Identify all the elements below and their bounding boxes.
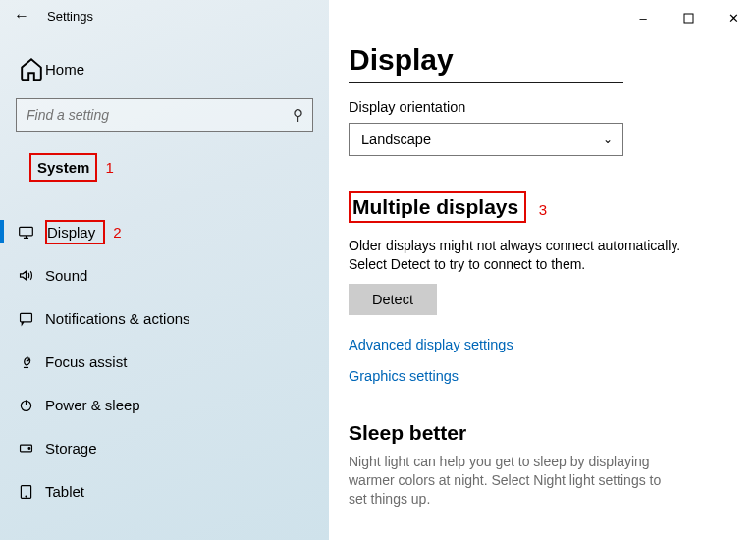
svg-point-6 — [26, 496, 27, 497]
sound-icon — [18, 267, 45, 284]
sidebar-item-label: Notifications & actions — [45, 310, 190, 327]
sidebar-item-storage[interactable]: Storage — [0, 426, 329, 469]
orientation-value: Landscape — [361, 132, 431, 147]
category-row: System 1 — [0, 147, 329, 187]
home-label: Home — [45, 61, 84, 78]
sidebar-item-label: Sound — [45, 267, 87, 284]
display-icon — [18, 224, 45, 241]
main-pane: Display Display orientation Landscape ⌄ … — [329, 0, 756, 540]
multiple-displays-heading: Multiple displays — [349, 191, 526, 223]
sidebar-item-label: Power & sleep — [45, 397, 140, 413]
orientation-label: Display orientation — [349, 99, 727, 115]
category-system[interactable]: System — [29, 153, 97, 182]
page-title: Display — [349, 43, 727, 82]
svg-rect-1 — [21, 313, 32, 322]
power-icon — [18, 397, 45, 413]
sidebar-item-label: Tablet — [45, 483, 84, 500]
home-row[interactable]: Home — [0, 49, 329, 88]
sidebar-item-notifications[interactable]: Notifications & actions — [0, 297, 329, 340]
sidebar-item-tablet[interactable]: Tablet — [0, 469, 329, 513]
annotation-2: 2 — [113, 224, 121, 241]
home-icon — [18, 55, 45, 82]
orientation-select[interactable]: Landscape ⌄ — [349, 123, 623, 156]
title-bar: ← Settings — [0, 0, 329, 31]
search-input[interactable] — [16, 98, 313, 132]
sidebar-item-sound[interactable]: Sound — [0, 253, 329, 297]
window-title: Settings — [47, 9, 93, 24]
chevron-down-icon: ⌄ — [603, 133, 613, 146]
annotation-1: 1 — [105, 159, 113, 176]
sidebar-item-display[interactable]: Display 2 — [0, 210, 329, 253]
minimize-button[interactable]: – — [621, 4, 666, 31]
annotation-3: 3 — [539, 201, 547, 218]
notifications-icon — [18, 310, 45, 327]
maximize-button[interactable] — [666, 4, 711, 31]
storage-icon — [18, 440, 45, 457]
close-button[interactable]: ✕ — [711, 4, 756, 31]
sleep-better-heading: Sleep better — [349, 421, 727, 445]
detect-button[interactable]: Detect — [349, 284, 437, 315]
nav-list: Display 2 Sound Notifications & actions — [0, 210, 329, 513]
sidebar-item-label: Storage — [45, 440, 97, 457]
advanced-display-settings-link[interactable]: Advanced display settings — [349, 337, 727, 352]
svg-rect-0 — [20, 227, 33, 236]
focus-assist-icon — [18, 353, 45, 370]
multiple-displays-text: Older displays might not always connect … — [349, 237, 682, 274]
sidebar: ← Settings Home ⚲ System 1 Displa — [0, 0, 329, 540]
sidebar-item-label: Display — [45, 220, 105, 244]
title-rule — [349, 82, 623, 83]
window-controls: – ✕ — [621, 4, 756, 31]
back-icon[interactable]: ← — [14, 7, 37, 25]
svg-rect-7 — [684, 14, 693, 23]
sidebar-item-label: Focus assist — [45, 353, 127, 370]
sidebar-item-power-sleep[interactable]: Power & sleep — [0, 383, 329, 426]
graphics-settings-link[interactable]: Graphics settings — [349, 368, 727, 384]
search-icon: ⚲ — [293, 106, 303, 124]
tablet-icon — [18, 483, 45, 500]
svg-point-4 — [28, 447, 30, 449]
sleep-better-text: Night light can help you get to sleep by… — [349, 453, 682, 509]
sidebar-item-focus-assist[interactable]: Focus assist — [0, 340, 329, 383]
